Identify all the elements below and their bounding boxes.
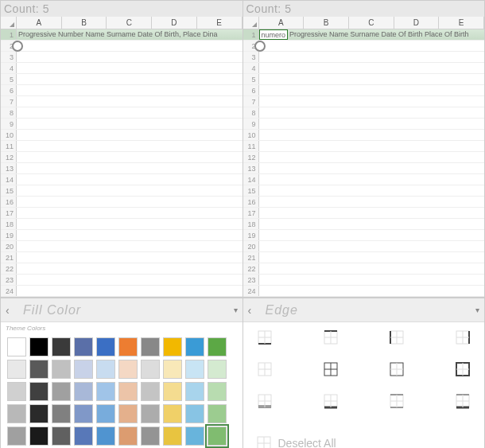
cells[interactable]: Progressive Number Name Surname Date Of … (17, 29, 242, 40)
row-header[interactable]: 17 (243, 208, 259, 218)
color-swatch[interactable] (7, 427, 26, 446)
selection-handle-icon[interactable] (12, 41, 23, 52)
table-row[interactable]: 20 (1, 241, 242, 252)
table-row[interactable]: 10 (1, 130, 242, 141)
table-row[interactable]: 4 (243, 63, 485, 74)
cells[interactable] (17, 119, 242, 129)
color-swatch[interactable] (7, 360, 26, 379)
color-swatch[interactable] (29, 404, 48, 423)
color-swatch[interactable] (185, 382, 204, 401)
cells[interactable] (17, 185, 242, 196)
cells[interactable] (17, 130, 242, 140)
table-row[interactable]: 13 (1, 163, 242, 174)
row-header[interactable]: 18 (243, 219, 259, 229)
row-header[interactable]: 19 (243, 230, 259, 240)
cells[interactable] (259, 96, 485, 107)
row-header[interactable]: 23 (243, 275, 259, 285)
border-thick-icon[interactable] (454, 360, 471, 378)
selection-handle-icon[interactable] (254, 41, 266, 52)
table-row[interactable]: 3 (243, 52, 485, 63)
table-row[interactable]: 23 (1, 275, 242, 286)
color-swatch[interactable] (141, 337, 160, 356)
cells[interactable] (17, 85, 242, 95)
table-row[interactable]: 8 (1, 107, 242, 119)
color-swatch[interactable] (185, 427, 204, 446)
rows-area[interactable]: 1Progressive Number Name Surname Date Of… (1, 29, 242, 297)
table-row[interactable]: 1Progressive Number Name Surname Date Of… (1, 29, 242, 41)
cells[interactable] (17, 163, 242, 173)
cells[interactable] (17, 52, 242, 62)
cells[interactable] (17, 107, 242, 118)
cells[interactable] (259, 41, 485, 51)
table-row[interactable]: 16 (243, 197, 485, 208)
row-header[interactable]: 3 (1, 52, 17, 62)
select-all-corner[interactable] (243, 17, 259, 29)
row-header[interactable]: 1 (1, 29, 17, 40)
color-swatch[interactable] (96, 382, 115, 401)
table-row[interactable]: 4 (1, 63, 242, 74)
color-swatch[interactable] (7, 382, 26, 401)
color-swatch[interactable] (29, 427, 48, 446)
color-swatch[interactable] (118, 360, 138, 379)
table-row[interactable]: 6 (1, 85, 242, 96)
row-header[interactable]: 10 (1, 130, 17, 140)
table-row[interactable]: 3 (1, 52, 242, 63)
row-header[interactable]: 12 (1, 152, 17, 162)
row-header[interactable]: 20 (1, 241, 17, 251)
cells[interactable] (17, 286, 242, 296)
row-header[interactable]: 4 (243, 63, 259, 73)
table-row[interactable]: 8 (243, 107, 485, 119)
color-swatch[interactable] (141, 382, 160, 401)
color-swatch[interactable] (74, 360, 93, 379)
table-row[interactable]: 19 (1, 230, 242, 241)
row-header[interactable]: 8 (1, 107, 17, 118)
table-row[interactable]: 18 (1, 219, 242, 230)
cells[interactable] (259, 85, 485, 95)
table-row[interactable]: 20 (243, 241, 485, 252)
col-header[interactable]: E (197, 17, 242, 29)
cells[interactable]: numeroProgressive Name Surname Date Of B… (259, 29, 485, 40)
color-swatch[interactable] (118, 427, 138, 446)
col-header[interactable]: A (259, 17, 305, 29)
row-header[interactable]: 5 (1, 74, 17, 84)
table-row[interactable]: 6 (243, 85, 485, 96)
cells[interactable] (259, 174, 485, 185)
row-header[interactable]: 16 (243, 197, 259, 207)
table-row[interactable]: 2 (243, 41, 485, 52)
row-header[interactable]: 9 (243, 119, 259, 129)
cells[interactable] (259, 52, 485, 62)
table-row[interactable]: 14 (1, 174, 242, 185)
table-row[interactable]: 7 (243, 96, 485, 107)
row-header[interactable]: 15 (243, 185, 259, 196)
color-swatch[interactable] (96, 427, 115, 446)
deselect-all-button[interactable]: Deselect All (243, 430, 485, 448)
row-header[interactable]: 13 (1, 163, 17, 173)
color-swatch[interactable] (118, 337, 138, 356)
dropdown-icon[interactable]: ▾ (475, 306, 479, 314)
row-header[interactable]: 3 (243, 52, 259, 62)
row-header[interactable]: 16 (1, 197, 17, 207)
color-swatch[interactable] (185, 360, 204, 379)
col-header[interactable]: A (17, 17, 62, 29)
table-row[interactable]: 16 (1, 197, 242, 208)
table-row[interactable]: 7 (1, 96, 242, 107)
cells[interactable] (17, 208, 242, 218)
cells[interactable] (17, 241, 242, 251)
row-header[interactable]: 11 (243, 141, 259, 151)
col-header[interactable]: C (349, 17, 394, 29)
col-header[interactable]: C (107, 17, 152, 29)
color-swatch[interactable] (29, 360, 48, 379)
select-all-corner[interactable] (1, 17, 17, 29)
cells[interactable] (259, 163, 485, 173)
row-header[interactable]: 14 (243, 174, 259, 185)
row-header[interactable]: 12 (243, 152, 259, 162)
cells[interactable] (17, 252, 242, 263)
row-header[interactable]: 23 (1, 275, 17, 285)
dropdown-icon[interactable]: ▾ (234, 306, 238, 314)
table-row[interactable]: 24 (1, 286, 242, 297)
row-header[interactable]: 6 (1, 85, 17, 95)
table-row[interactable]: 24 (243, 286, 485, 297)
color-swatch[interactable] (7, 337, 26, 356)
cells[interactable] (17, 96, 242, 107)
row-header[interactable]: 18 (1, 219, 17, 229)
